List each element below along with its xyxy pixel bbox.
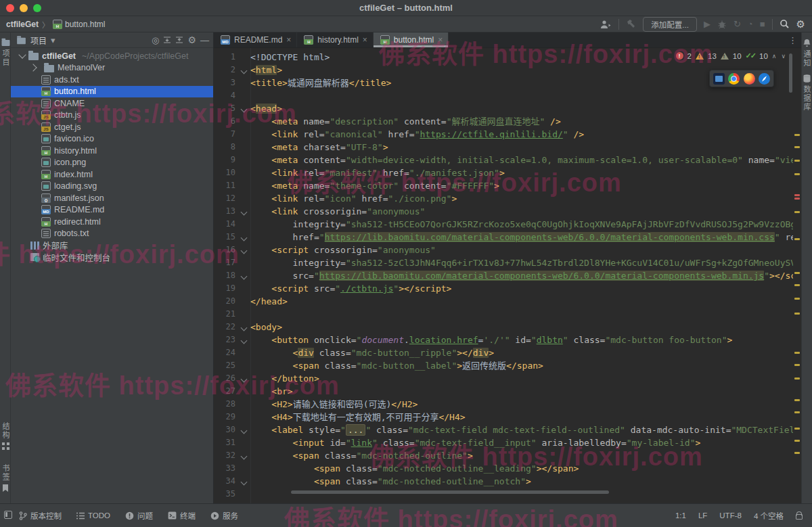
fold-marker-icon[interactable] [238, 205, 250, 218]
fold-marker-icon[interactable] [238, 372, 250, 385]
error-stripe-mark[interactable] [794, 428, 800, 430]
firefox-browser-icon[interactable] [744, 73, 755, 85]
fold-marker-icon[interactable] [238, 475, 250, 488]
indent-setting[interactable]: 4 个空格 [754, 510, 784, 521]
code-editor[interactable]: 1<!DOCTYPE html>2<html>3<title>城通网盘解析器</… [214, 48, 801, 503]
fold-marker-icon[interactable] [238, 64, 250, 76]
error-stripe-mark[interactable] [794, 194, 800, 196]
error-stripe-mark[interactable] [794, 284, 800, 286]
tab-overflow-menu-icon[interactable]: ⋮ [788, 32, 801, 47]
file-encoding[interactable]: UTF-8 [719, 511, 742, 520]
next-problem-icon[interactable]: ∨ [781, 53, 786, 60]
tree-item-scratches[interactable]: 临时文件和控制台 [11, 252, 213, 264]
zoom-window-button[interactable] [33, 4, 41, 12]
fold-marker-icon[interactable] [238, 321, 250, 334]
chevron-right-icon[interactable] [29, 64, 37, 72]
error-stripe-mark[interactable] [794, 411, 800, 413]
tree-item-redirect.html[interactable]: Hredirect.html [11, 216, 213, 228]
builtin-preview-icon[interactable] [713, 73, 725, 85]
tree-item-ctget.js[interactable]: JSctget.js [11, 121, 213, 133]
close-tab-icon[interactable]: × [438, 35, 443, 45]
tree-item-loading.svg[interactable]: loading.svg [11, 181, 213, 193]
tab-README.md[interactable]: MDREADME.md× [214, 32, 297, 47]
statusbar-services[interactable]: 服务 [210, 510, 238, 521]
close-tab-icon[interactable]: × [363, 35, 367, 45]
error-stripe-mark[interactable] [794, 352, 800, 354]
error-stripe-mark[interactable] [794, 377, 800, 380]
tree-item-ads.txt[interactable]: ads.txt [11, 74, 213, 86]
run-configurations-button[interactable]: 添加配置... [643, 17, 697, 32]
statusbar-terminal[interactable]: 终端 [168, 510, 196, 521]
tool-window-toggle-icon[interactable] [4, 511, 12, 519]
tree-item-manifest.json[interactable]: {}manifest.json [11, 192, 213, 204]
chevron-down-icon[interactable] [18, 51, 26, 59]
inspections-widget[interactable]: ! 2 13 10 ✓✓ 10 ∧ ∨ [676, 51, 786, 60]
error-stripe-mark[interactable] [794, 211, 800, 213]
error-stripe-mark[interactable] [794, 440, 800, 442]
settings-gear-icon[interactable]: ⚙ [796, 19, 805, 29]
breadcrumb-project[interactable]: ctfileGet [6, 20, 39, 29]
safari-browser-icon[interactable] [759, 73, 770, 85]
tree-root-row[interactable]: ctfileGet~/AppCodeProjects/ctfileGet [11, 50, 213, 62]
error-stripe-mark[interactable] [794, 364, 800, 366]
error-stripe-mark[interactable] [794, 313, 800, 315]
error-stripe-mark[interactable] [794, 238, 800, 240]
chrome-browser-icon[interactable] [728, 73, 740, 85]
tree-item-ctbtn.js[interactable]: JSctbtn.js [11, 110, 213, 122]
tree-item-robots.txt[interactable]: robots.txt [11, 228, 213, 240]
project-panel-title[interactable]: 项目 [30, 35, 47, 46]
project-view-dropdown-icon[interactable]: ▾ [51, 36, 55, 45]
fold-marker-icon[interactable] [238, 244, 250, 256]
tree-item-icon.png[interactable]: icon.png [11, 157, 213, 169]
tree-item-button.html[interactable]: Hbutton.html [11, 86, 213, 98]
statusbar-problems[interactable]: 问题 [125, 510, 153, 521]
fold-marker-icon[interactable] [238, 334, 250, 346]
tool-window-bookmarks-button[interactable]: 书签 [0, 464, 11, 492]
tree-item-favicon.ico[interactable]: favicon.ico [11, 133, 213, 145]
tree-item-library[interactable]: 外部库 [11, 239, 213, 252]
error-stripe[interactable] [793, 48, 801, 503]
readonly-lock-icon[interactable] [796, 514, 803, 520]
locate-file-icon[interactable]: ◎ [152, 36, 159, 45]
prev-problem-icon[interactable]: ∧ [772, 53, 777, 60]
breadcrumb-file[interactable]: button.html [65, 20, 105, 29]
expand-all-icon[interactable] [163, 36, 171, 44]
vertical-scrollbar[interactable] [789, 53, 792, 93]
search-everywhere-icon[interactable] [780, 19, 790, 29]
statusbar-todo-list[interactable]: TODO [76, 511, 110, 520]
line-ending[interactable]: LF [698, 511, 707, 520]
collapse-all-icon[interactable] [175, 36, 183, 44]
error-stripe-mark[interactable] [794, 298, 800, 300]
error-stripe-mark[interactable] [794, 173, 800, 175]
tree-item-index.html[interactable]: Hindex.html [11, 168, 213, 181]
fold-marker-icon[interactable] [238, 269, 250, 282]
close-window-button[interactable] [6, 4, 14, 12]
panel-settings-gear-icon[interactable]: ⚙ [187, 35, 196, 45]
fold-marker-icon[interactable] [238, 102, 250, 115]
tree-item-history.html[interactable]: Hhistory.html [11, 145, 213, 157]
error-stripe-mark[interactable] [794, 134, 800, 136]
tool-window-project-button[interactable]: 项目 [0, 38, 11, 67]
error-stripe-mark[interactable] [794, 160, 800, 162]
tab-button.html[interactable]: Hbutton.html× [374, 32, 449, 47]
error-stripe-mark[interactable] [794, 146, 800, 148]
close-tab-icon[interactable]: × [286, 35, 291, 45]
error-stripe-mark[interactable] [794, 399, 800, 401]
tab-history.html[interactable]: Hhistory.html× [297, 32, 373, 47]
error-stripe-mark[interactable] [794, 272, 800, 274]
caret-position[interactable]: 1:1 [675, 511, 686, 520]
fold-marker-icon[interactable] [238, 231, 250, 244]
tool-window-structure-button[interactable]: 结构 [0, 422, 11, 450]
statusbar-git-branch[interactable]: 版本控制 [19, 510, 62, 521]
build-hammer-icon[interactable] [626, 19, 636, 29]
fold-marker-icon[interactable] [238, 449, 250, 462]
hide-panel-icon[interactable]: — [200, 36, 209, 45]
tree-item-README.md[interactable]: MDREADME.md [11, 204, 213, 216]
error-stripe-mark[interactable] [794, 198, 800, 200]
fold-marker-icon[interactable] [238, 423, 250, 436]
tool-window-notifications-button[interactable]: 通知 [801, 39, 812, 68]
minimize-window-button[interactable] [20, 4, 28, 12]
horizontal-scrollbar[interactable] [291, 490, 609, 494]
code-with-me-icon[interactable] [600, 20, 612, 29]
tool-window-database-button[interactable]: 数据库 [801, 74, 812, 112]
